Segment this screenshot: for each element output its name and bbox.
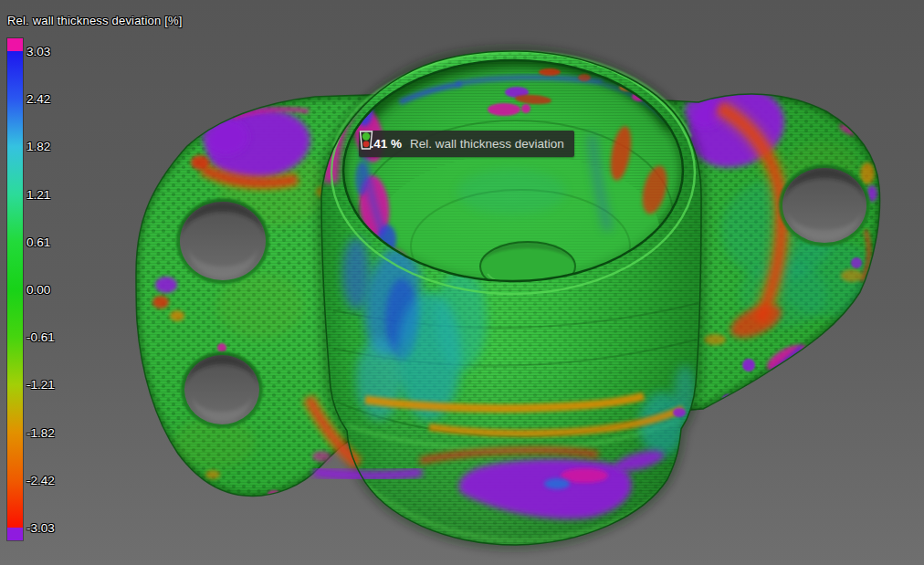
inspection-viewport[interactable]: Rel. wall thickness deviation [%] 3.032.… — [0, 0, 924, 565]
legend-tick-label: -0.61 — [26, 330, 55, 344]
legend-ticks: 3.032.421.821.210.610.00-0.61-1.21-1.82-… — [26, 0, 90, 565]
color-scale-gradient — [7, 51, 23, 528]
scale-overflow-high — [7, 38, 23, 51]
part-cup — [309, 51, 704, 549]
thickness-probe-icon — [359, 131, 373, 150]
legend-tick-label: 1.21 — [26, 187, 50, 201]
legend-tick-label: 3.03 — [26, 45, 50, 58]
legend-tick-label: -2.42 — [26, 473, 55, 487]
measurement-label[interactable]: 5.41 % Rel. wall thickness deviation — [359, 131, 574, 157]
legend-tick-label: 2.42 — [26, 92, 50, 106]
legend-tick-label: -1.21 — [26, 378, 55, 392]
legend-tick-label: 0.61 — [26, 235, 50, 248]
measurement-name: Rel. wall thickness deviation — [410, 137, 564, 151]
legend-tick-label: 1.82 — [26, 140, 50, 153]
legend-tick-label: 0.00 — [26, 283, 50, 297]
legend-tick-label: -3.03 — [26, 521, 55, 535]
color-scale-bar[interactable] — [7, 38, 23, 540]
scale-overflow-low — [7, 528, 23, 540]
scene-3d[interactable] — [0, 0, 924, 565]
legend-tick-label: -1.82 — [26, 425, 55, 439]
